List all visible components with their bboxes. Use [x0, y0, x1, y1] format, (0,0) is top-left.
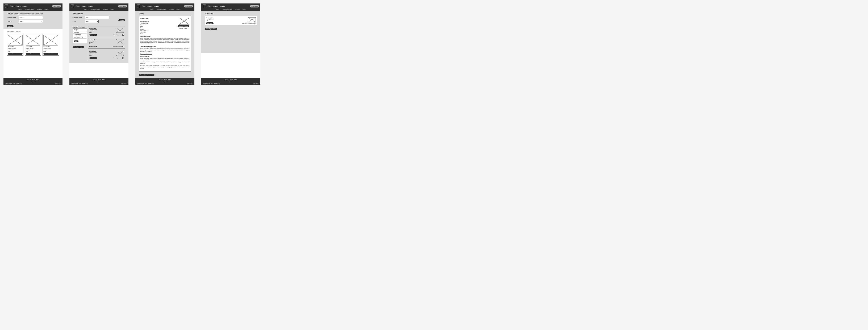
my-courses-button[interactable]: My courses [184, 5, 193, 7]
nav-courses[interactable]: Courses [150, 9, 154, 10]
nav-about-us[interactable]: About us [169, 9, 174, 10]
nav-contact[interactable]: Contact [176, 9, 180, 10]
keyword-input[interactable] [85, 16, 109, 19]
header: Editing Course Locator My courses Course… [202, 3, 260, 11]
footer: Editing Course Locator Location Email Ph… [202, 78, 260, 85]
add-to-my-courses[interactable]: Add to My courses [179, 28, 189, 29]
privacy-link[interactable]: Privacy Policy [187, 83, 193, 84]
add-to-my-courses[interactable]: Add to My courses [113, 46, 124, 47]
search-button[interactable]: Search [7, 25, 13, 27]
checkbox-icon[interactable] [122, 34, 124, 36]
thumbnail-placeholder-icon [116, 28, 124, 33]
review-text: Duis aute irure dolor in reprehenderit i… [141, 65, 189, 69]
section-title: This month's courses [7, 31, 59, 32]
nav-contact[interactable]: Contact [44, 9, 48, 10]
footer-title: Editing Course Locator [5, 79, 61, 80]
course-meta: Training provider Location Date [26, 48, 40, 52]
course-card: Course title Training provider Location … [7, 34, 24, 56]
my-courses-button[interactable]: My courses [52, 5, 61, 7]
result-card: Course title Training provider Location … [88, 27, 125, 37]
go-to-website-button[interactable]: Go to course website [178, 25, 189, 27]
nav-training-providers[interactable]: Training providers [25, 9, 34, 10]
filter-location[interactable]: Location [73, 31, 87, 33]
location-select[interactable]: Select ▾ [85, 20, 99, 23]
learn-more-button[interactable]: Learn more [89, 34, 97, 36]
course-meta: Training provider Location Date [8, 48, 23, 52]
course-title: Course title [26, 46, 40, 48]
nav-courses[interactable]: Courses [18, 9, 22, 10]
my-courses-button[interactable]: My courses [118, 5, 127, 7]
nav-courses[interactable]: Courses [84, 9, 88, 10]
checkbox-icon[interactable] [254, 23, 256, 24]
save-my-courses-button[interactable]: Save My courses [205, 28, 217, 30]
footer-title: Editing Course Locator [203, 79, 259, 80]
copyright: Copyright © 2022 Editing Course Locator [203, 83, 220, 84]
filter-subject[interactable]: Subject [73, 29, 87, 31]
location-select[interactable]: Select ▾ [19, 20, 43, 23]
view-my-courses-button[interactable]: View My courses [73, 46, 84, 48]
my-courses-page: My courses Course title Training provide… [202, 11, 260, 53]
course-detail-card: Go to course website Add to My courses C… [139, 16, 191, 71]
wireframe-course-detail: Editing Course Locator My courses Course… [135, 3, 194, 85]
learn-more-button[interactable]: Learn more [26, 53, 40, 55]
main-nav: Courses Training providers About us Cont… [137, 8, 193, 11]
add-to-my-courses[interactable]: Add to My courses [113, 34, 124, 36]
nav-contact[interactable]: Contact [242, 9, 246, 10]
course-card: Course title Training provider Location … [25, 34, 41, 56]
learn-more-button[interactable]: Learn more [8, 53, 23, 55]
course-meta: Training provider Location Date [43, 48, 58, 52]
nav-about-us[interactable]: About us [37, 9, 42, 10]
keyword-input[interactable] [19, 16, 43, 19]
nav-training-providers[interactable]: Training providers [222, 9, 232, 10]
checkbox-icon[interactable] [188, 28, 189, 29]
privacy-link[interactable]: Privacy Policy [121, 83, 127, 84]
wireframe-my-courses: Editing Course Locator My courses Course… [202, 3, 260, 85]
copyright: Copyright © 2022 Editing Course Locator [5, 83, 22, 84]
footer: Editing Course Locator Location Email Ph… [69, 78, 128, 85]
nav-courses[interactable]: Courses [216, 9, 220, 10]
thumbnail-placeholder-icon [248, 18, 256, 22]
nav-training-providers[interactable]: Training providers [157, 9, 166, 10]
site-title: Editing Course Locator [10, 5, 51, 7]
apply-filters-button[interactable]: Apply [74, 40, 79, 42]
footer-title: Editing Course Locator [71, 79, 127, 80]
my-courses-button[interactable]: My courses [250, 5, 259, 7]
add-to-my-courses[interactable]: Add to My courses [113, 57, 124, 59]
course-title: Course title [8, 46, 23, 48]
about-provider-heading: About the training provider [141, 46, 189, 48]
keyword-label: Keyword search [7, 17, 18, 18]
filter-course-type[interactable]: Course type [73, 33, 87, 36]
site-title: Editing Course Locator [208, 5, 249, 7]
nav-training-providers[interactable]: Training providers [91, 9, 100, 10]
nav-contact[interactable]: Contact [110, 9, 114, 10]
thumbnail-placeholder-icon [179, 18, 189, 25]
nav-about-us[interactable]: About us [235, 9, 240, 10]
logo-placeholder-icon [137, 4, 140, 8]
footer-title: Editing Course Locator [137, 79, 193, 80]
search-button[interactable]: Search [118, 19, 125, 21]
remove-from-my-courses[interactable]: Remove from My courses [242, 23, 256, 24]
location-label: Location [73, 21, 83, 22]
header: Editing Course Locator My courses Course… [135, 3, 194, 11]
wireframe-home: Editing Course Locator My courses Course… [3, 3, 62, 85]
thumbnail-placeholder-icon [8, 35, 23, 46]
checkbox-icon[interactable] [122, 57, 124, 59]
checkbox-icon[interactable] [122, 46, 124, 47]
provider-website-link[interactable]: Training provider website [141, 53, 152, 54]
footer: Editing Course Locator Location Email Ph… [135, 78, 194, 85]
learn-more-button[interactable]: Learn more [89, 57, 97, 59]
nav-about-us[interactable]: About us [103, 9, 107, 10]
learn-more-button[interactable]: Learn more [43, 53, 58, 55]
privacy-link[interactable]: Privacy Policy [253, 83, 259, 84]
filter-skill-level[interactable]: Editing skill level ▾ [73, 36, 87, 38]
about-course-text: Lorem ipsum dolor sit amet, consectetur … [141, 37, 189, 45]
site-title: Editing Course Locator [76, 5, 117, 7]
hero-search: Discover training courses to improve you… [3, 11, 62, 29]
learn-more-button[interactable]: Learn more [206, 22, 214, 24]
site-title: Editing Course Locator [142, 5, 183, 7]
course-title: Course title [43, 46, 58, 48]
privacy-link[interactable]: Privacy Policy [55, 83, 61, 84]
results-list: Course title Training provider Location … [88, 27, 125, 61]
learn-more-button[interactable]: Learn more [89, 46, 97, 48]
return-to-results-button[interactable]: Return to search results [139, 74, 155, 76]
